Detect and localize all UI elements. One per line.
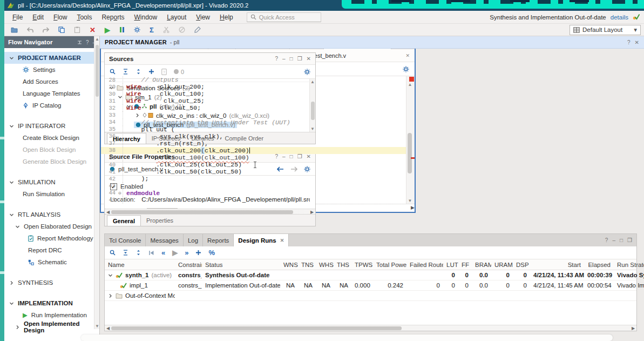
- bottom-tab-design-runs[interactable]: Design Runs✕: [234, 234, 289, 246]
- float-icon[interactable]: ❐: [297, 56, 302, 62]
- code-area[interactable]: 28 // Outputs29wire clk_out_200;30wire c…: [101, 76, 406, 204]
- table-row-out-of-context-module-runs[interactable]: Out-of-Context Module Runs: [105, 291, 636, 301]
- delete-icon[interactable]: ✕: [90, 26, 96, 34]
- chevron-down-icon[interactable]: [108, 273, 113, 278]
- flow-nav-item-open-implemented-design[interactable]: Open Implemented Design: [4, 321, 99, 333]
- table-row-impl-1[interactable]: impl_1constrs_1Implementation Out-of-dat…: [105, 280, 636, 291]
- column-header-total-power[interactable]: Total Power: [373, 262, 406, 268]
- code-line-29[interactable]: 29wire clk_out_200;: [101, 83, 406, 90]
- fold-icon[interactable]: ⊖: [117, 190, 123, 196]
- editor-vscrollbar[interactable]: ▲ ▼: [406, 76, 415, 204]
- column-header-name[interactable]: Name: [105, 262, 175, 268]
- column-header-failed-routes[interactable]: Failed Routes: [406, 262, 443, 268]
- menu-help[interactable]: Help: [215, 14, 238, 21]
- code-line-39[interactable]: 39 .clk_out_100(clk_out_100): [101, 154, 406, 161]
- column-header-run-strategy[interactable]: Run Strategy: [614, 262, 644, 268]
- menu-tools[interactable]: Tools: [72, 14, 97, 21]
- disabled-cut-icon[interactable]: [163, 26, 170, 33]
- bottom-tab-log[interactable]: Log: [184, 234, 203, 246]
- flow-nav-section-project-manager[interactable]: PROJECT MANAGER: [4, 52, 99, 64]
- menu-layout[interactable]: Layout: [162, 14, 191, 21]
- menu-file[interactable]: File: [8, 14, 28, 21]
- collapse-all-icon[interactable]: [135, 250, 141, 256]
- properties-tab-properties[interactable]: Properties: [141, 215, 179, 226]
- highlighter-icon[interactable]: [194, 26, 201, 33]
- search-icon[interactable]: [110, 69, 116, 75]
- details-link[interactable]: details: [611, 14, 628, 21]
- quick-access-search[interactable]: Quick Access: [247, 12, 321, 22]
- code-line-42[interactable]: 42 );: [101, 175, 406, 182]
- collapse-all-icon[interactable]: [135, 69, 141, 75]
- code-line-45[interactable]: 45: [101, 197, 406, 204]
- column-header-bram[interactable]: BRAM: [472, 262, 491, 268]
- column-header-elapsed[interactable]: Elapsed: [584, 262, 614, 268]
- code-line-30[interactable]: 30wire clk_out_100;: [101, 90, 406, 97]
- flow-nav-section-ip-integrator[interactable]: IP INTEGRATOR: [4, 120, 99, 132]
- code-line-28[interactable]: 28 // Outputs: [101, 76, 406, 83]
- undo-icon[interactable]: [27, 27, 33, 33]
- help-icon[interactable]: ?: [627, 39, 631, 45]
- code-line-36[interactable]: 36 .sys_clk(sys_clk),: [101, 133, 406, 140]
- close-icon[interactable]: ✕: [635, 39, 639, 45]
- flow-navigator-scrollbar[interactable]: ▲ ▼: [94, 36, 99, 329]
- flow-nav-item-report-methodology[interactable]: Report Methodology: [4, 232, 99, 244]
- scroll-up-icon[interactable]: ▲: [95, 37, 99, 42]
- flow-nav-item-settings[interactable]: Settings: [4, 64, 99, 76]
- code-line-31[interactable]: 31wire clk_out_25;: [101, 97, 406, 104]
- run-icon[interactable]: ▶: [105, 26, 110, 34]
- code-line-34[interactable]: 34 // Instantiate the Unit Under Test (U…: [101, 119, 406, 126]
- percent-icon[interactable]: %: [208, 249, 215, 257]
- pin-icon[interactable]: [77, 39, 82, 45]
- bottom-tab-messages[interactable]: Messages: [146, 234, 183, 246]
- column-header-start[interactable]: Start: [530, 262, 584, 268]
- maximize-icon[interactable]: □: [290, 56, 293, 62]
- copy-icon[interactable]: [58, 26, 65, 33]
- gear-icon[interactable]: [403, 66, 409, 72]
- open-project-icon[interactable]: [11, 27, 18, 33]
- column-header-dsp[interactable]: DSP: [513, 262, 530, 268]
- menu-edit[interactable]: Edit: [28, 14, 49, 21]
- float-icon[interactable]: ❐: [627, 237, 632, 243]
- close-icon[interactable]: ✕: [307, 56, 311, 62]
- flow-nav-section-implementation[interactable]: IMPLEMENTATION: [4, 297, 99, 309]
- code-line-32[interactable]: 32wire clk_out_50;: [101, 104, 406, 111]
- search-icon[interactable]: [110, 250, 116, 256]
- code-line-41[interactable]: 41 .clk_out_50(clk_out_50): [101, 168, 406, 175]
- menu-view[interactable]: View: [191, 14, 215, 21]
- column-header-whs[interactable]: WHS: [316, 262, 334, 268]
- column-header-status[interactable]: Status: [202, 262, 280, 268]
- menu-flow[interactable]: Flow: [49, 14, 72, 21]
- properties-tab-general[interactable]: General: [107, 215, 141, 226]
- settings-icon[interactable]: [134, 26, 140, 33]
- flow-nav-item-open-elaborated-design[interactable]: Open Elaborated Design: [4, 220, 99, 232]
- code-line-38[interactable]: 38 .clk_out_200(clk_out_200): [101, 147, 406, 154]
- fast-forward-icon[interactable]: »: [185, 249, 188, 257]
- flow-nav-item-run-simulation[interactable]: Run Simulation: [4, 188, 99, 200]
- column-header-ff[interactable]: FF: [458, 262, 472, 268]
- help-icon[interactable]: ?: [86, 39, 89, 45]
- close-icon[interactable]: ✕: [280, 238, 284, 243]
- disabled-icon[interactable]: [179, 26, 185, 33]
- paste-icon[interactable]: [74, 26, 80, 33]
- column-header-uram[interactable]: URAM: [491, 262, 513, 268]
- column-header-constraints[interactable]: Constraints: [175, 262, 202, 268]
- flow-nav-item-language-templates[interactable]: Language Templates: [4, 88, 99, 99]
- doc-question-icon[interactable]: ?: [161, 69, 167, 75]
- code-line-40[interactable]: 40 .clk_out_25(clk_out_25): [101, 161, 406, 168]
- column-header-wns[interactable]: WNS: [280, 262, 298, 268]
- step-icon[interactable]: [119, 26, 125, 33]
- flow-nav-section-synthesis[interactable]: SYNTHESIS: [4, 277, 99, 289]
- code-line-44[interactable]: 44⊖endmodule: [101, 190, 406, 197]
- menu-reports[interactable]: Reports: [97, 14, 129, 21]
- gear-icon[interactable]: [304, 69, 310, 75]
- minimize-icon[interactable]: ‒: [282, 56, 286, 62]
- expand-all-icon[interactable]: [123, 250, 128, 256]
- go-first-icon[interactable]: [148, 250, 154, 256]
- close-icon[interactable]: ✕: [405, 53, 410, 58]
- flow-nav-item-report-drc[interactable]: Report DRC: [4, 244, 99, 256]
- redo-icon[interactable]: [43, 27, 49, 33]
- code-line-37[interactable]: 37 .rst_n(rst_n),: [101, 140, 406, 147]
- flow-nav-item-run-implementation[interactable]: ▶Run Implementation: [4, 309, 99, 321]
- sum-icon[interactable]: Σ: [150, 26, 154, 34]
- design-runs-hscrollbar[interactable]: ◀ ▶: [105, 325, 636, 331]
